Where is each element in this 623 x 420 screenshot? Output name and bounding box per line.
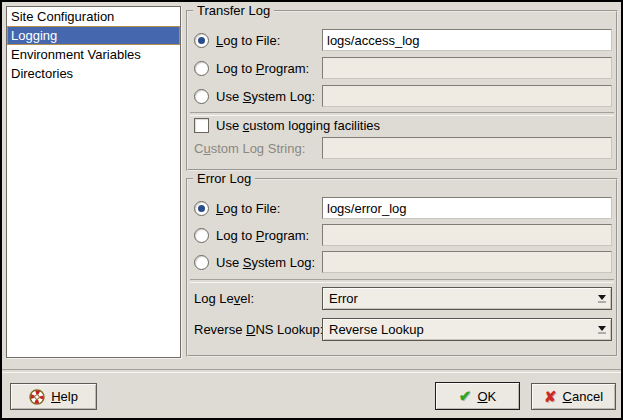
reverse-dns-value: Reverse Lookup — [329, 322, 424, 337]
use-custom-logging-label: Use custom logging facilities — [216, 118, 380, 133]
transfer-log-to-program-label: Log to Program: — [216, 61, 309, 76]
transfer-use-system-log-label: Use System Log: — [216, 89, 315, 104]
cancel-button[interactable]: Cancel — [531, 383, 616, 410]
custom-log-string-input — [322, 137, 612, 159]
ok-button[interactable]: OK — [435, 382, 520, 410]
use-custom-logging-checkbox[interactable] — [194, 118, 209, 133]
chevron-down-icon — [598, 295, 606, 303]
error-separator — [190, 279, 614, 283]
log-level-label: Log Level: — [194, 291, 254, 306]
error-log-to-program-label: Log to Program: — [216, 228, 309, 243]
x-icon — [544, 388, 557, 406]
error-use-system-log-radio[interactable] — [194, 255, 209, 270]
error-use-system-log-label: Use System Log: — [216, 255, 315, 270]
footer-separator — [2, 369, 621, 373]
ok-button-label: OK — [477, 389, 496, 404]
transfer-log-title: Transfer Log — [193, 3, 274, 19]
reverse-dns-dropdown[interactable]: Reverse Lookup — [322, 318, 612, 341]
transfer-log-to-program-radio[interactable] — [194, 61, 209, 76]
transfer-log-to-file-radio[interactable] — [194, 33, 209, 48]
transfer-log-program-input — [322, 57, 612, 79]
transfer-system-log-input — [322, 85, 612, 107]
config-section-list[interactable]: Site Configuration Logging Environment V… — [6, 6, 181, 358]
transfer-use-system-log-radio[interactable] — [194, 89, 209, 104]
error-log-program-input — [322, 224, 612, 246]
log-level-dropdown[interactable]: Error — [322, 287, 612, 310]
error-log-to-program-radio[interactable] — [194, 228, 209, 243]
chevron-down-icon — [598, 326, 606, 334]
transfer-log-group: Transfer Log Log to File: Log to Program… — [186, 10, 618, 171]
error-system-log-input — [322, 251, 612, 273]
error-log-to-file-label: Log to File: — [216, 201, 280, 216]
transfer-log-file-input[interactable] — [322, 29, 612, 51]
sidebar-item-label: Directories — [11, 66, 73, 81]
error-log-title: Error Log — [193, 171, 255, 187]
sidebar-item-site-configuration[interactable]: Site Configuration — [7, 7, 180, 26]
check-icon — [459, 387, 472, 405]
custom-log-string-label: Custom Log String: — [194, 141, 305, 156]
httpd-logging-dialog: Site Configuration Logging Environment V… — [0, 0, 623, 420]
reverse-dns-label: Reverse DNS Lookup: — [194, 322, 323, 337]
sidebar-item-label: Site Configuration — [11, 9, 114, 24]
error-log-group: Error Log Log to File: Log to Program: U… — [186, 178, 618, 357]
error-log-to-file-radio[interactable] — [194, 201, 209, 216]
transfer-log-to-file-label: Log to File: — [216, 33, 280, 48]
sidebar-item-directories[interactable]: Directories — [7, 64, 180, 83]
help-button[interactable]: Help — [10, 383, 97, 410]
sidebar-item-label: Environment Variables — [11, 47, 141, 62]
sidebar-item-logging[interactable]: Logging — [7, 26, 180, 45]
log-level-value: Error — [329, 291, 358, 306]
cancel-button-label: Cancel — [563, 389, 603, 404]
help-button-label: Help — [51, 389, 78, 404]
sidebar-item-label: Logging — [11, 28, 57, 43]
sidebar-item-environment-variables[interactable]: Environment Variables — [7, 45, 180, 64]
help-icon — [29, 389, 45, 405]
error-log-file-input[interactable] — [322, 197, 612, 219]
